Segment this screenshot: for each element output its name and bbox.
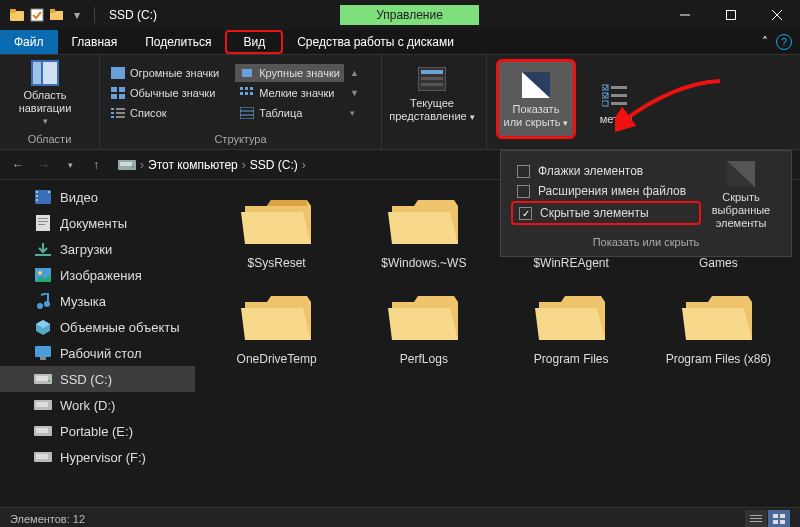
hide-selected-icon [727, 161, 755, 187]
svg-rect-81 [780, 520, 785, 524]
sidebar-item-documents[interactable]: Документы [0, 210, 195, 236]
window-title: SSD (C:) [109, 8, 157, 22]
chevron-right-icon[interactable]: › [242, 158, 246, 172]
folder-item[interactable]: OneDriveTemp [205, 288, 348, 380]
view-thumbnails-button[interactable] [768, 510, 790, 528]
qat-dropdown-icon[interactable]: ▾ [68, 6, 86, 24]
svg-point-47 [132, 166, 134, 168]
svg-rect-15 [111, 94, 117, 99]
show-hide-button[interactable]: Показать или скрыть ▾ [496, 59, 576, 139]
check-hidden-items[interactable]: ✓Скрытые элементы [511, 201, 701, 225]
folder-item[interactable]: $SysReset [205, 192, 348, 284]
layout-more[interactable]: ▾ [350, 108, 364, 118]
folder-item[interactable]: Program Files (x86) [647, 288, 790, 380]
check-item-flags[interactable]: Флажки элементов [511, 161, 701, 181]
help-icon[interactable]: ? [776, 34, 792, 50]
navigation-tree[interactable]: Видео Документы Загрузки Изображения Муз… [0, 180, 195, 507]
folder-item[interactable]: $Windows.~WS [352, 192, 495, 284]
svg-rect-79 [780, 514, 785, 518]
nav-recent-button[interactable]: ▾ [60, 155, 80, 175]
nav-forward-button[interactable]: → [34, 155, 54, 175]
svg-rect-58 [38, 224, 45, 225]
show-hide-dropdown: Флажки элементов Расширения имен файлов … [500, 150, 792, 257]
svg-rect-53 [36, 199, 38, 201]
minimize-button[interactable] [662, 0, 708, 30]
layout-small[interactable]: Мелкие значки [235, 84, 344, 102]
show-hide-icon [520, 69, 552, 101]
sidebar-item-portable-e[interactable]: Portable (E:) [0, 418, 195, 444]
svg-rect-28 [245, 92, 248, 95]
nav-pane-button[interactable]: Область навигации ▾ [0, 58, 90, 128]
sidebar-item-videos[interactable]: Видео [0, 184, 195, 210]
menu-view[interactable]: Вид [225, 30, 283, 54]
sidebar-item-desktop[interactable]: Рабочий стол [0, 340, 195, 366]
svg-rect-56 [38, 218, 48, 219]
list-icon [110, 105, 126, 121]
svg-rect-43 [602, 101, 608, 106]
nav-up-button[interactable]: ↑ [86, 155, 106, 175]
hide-selected-button[interactable]: Скрыть выбранные элементы [701, 161, 781, 230]
layout-scroll-up[interactable]: ▲ [350, 68, 364, 78]
dropdown-caret-icon: ▾ [563, 118, 568, 128]
maximize-button[interactable] [708, 0, 754, 30]
svg-rect-76 [750, 518, 762, 519]
dropdown-footer: Показать или скрыть [511, 236, 781, 248]
svg-rect-27 [240, 92, 243, 95]
svg-rect-67 [36, 376, 48, 381]
sidebar-item-3d[interactable]: Объемные объекты [0, 314, 195, 340]
crumb-this-pc[interactable]: Этот компьютер [148, 158, 238, 172]
svg-rect-35 [421, 77, 443, 80]
svg-rect-72 [36, 428, 48, 433]
current-view-button[interactable]: Текущее представление ▾ [382, 58, 482, 128]
svg-rect-22 [116, 116, 125, 118]
layout-large[interactable]: Крупные значки [235, 64, 344, 82]
close-button[interactable] [754, 0, 800, 30]
svg-rect-1 [10, 9, 16, 13]
chevron-right-icon[interactable]: › [140, 158, 144, 172]
svg-rect-78 [773, 514, 778, 518]
dropdown-caret-icon: ▾ [43, 115, 48, 128]
crumb-drive[interactable]: SSD (C:) [250, 158, 298, 172]
folder-item[interactable]: Program Files [500, 288, 643, 380]
svg-rect-57 [38, 221, 48, 222]
contextual-tab[interactable]: Управление [340, 5, 479, 25]
sidebar-item-pictures[interactable]: Изображения [0, 262, 195, 288]
menu-drive-tools[interactable]: Средства работы с дисками [283, 30, 468, 54]
drive-icon [34, 448, 52, 466]
nav-back-button[interactable]: ← [8, 155, 28, 175]
sidebar-item-downloads[interactable]: Загрузки [0, 236, 195, 262]
folder-icon [533, 288, 609, 348]
folder-icon [680, 288, 756, 348]
layout-table[interactable]: Таблица [235, 104, 344, 122]
breadcrumb[interactable]: › Этот компьютер › SSD (C:) › [118, 156, 306, 174]
3d-objects-icon [34, 318, 52, 336]
collapse-ribbon-icon[interactable]: ˄ [762, 35, 768, 49]
sidebar-item-work-d[interactable]: Work (D:) [0, 392, 195, 418]
chevron-right-icon[interactable]: › [302, 158, 306, 172]
menu-share[interactable]: Поделиться [131, 30, 225, 54]
check-file-ext[interactable]: Расширения имен файлов [511, 181, 701, 201]
status-bar: Элементов: 12 [0, 507, 800, 527]
svg-rect-12 [111, 67, 125, 79]
qat-folder-icon[interactable] [48, 6, 66, 24]
music-icon [34, 292, 52, 310]
folder-item[interactable]: PerfLogs [352, 288, 495, 380]
sidebar-item-ssd-c[interactable]: SSD (C:) [0, 366, 195, 392]
folder-icon [386, 192, 462, 252]
svg-rect-64 [35, 346, 51, 357]
menu-home[interactable]: Главная [58, 30, 132, 54]
menu-file[interactable]: Файл [0, 30, 58, 54]
layout-huge[interactable]: Огромные значки [106, 64, 223, 82]
view-details-button[interactable] [745, 510, 767, 528]
layout-list[interactable]: Список [106, 104, 223, 122]
sidebar-item-hypervisor-f[interactable]: Hypervisor (F:) [0, 444, 195, 470]
folder-icon [239, 288, 315, 348]
svg-rect-4 [50, 9, 55, 13]
layout-scroll-down[interactable]: ▼ [350, 88, 364, 98]
sidebar-item-music[interactable]: Музыка [0, 288, 195, 314]
documents-icon [34, 214, 52, 232]
group-areas-label: Области [0, 131, 99, 149]
svg-rect-77 [750, 521, 762, 522]
qat-checkbox-icon[interactable] [28, 6, 46, 24]
layout-medium[interactable]: Обычные значки [106, 84, 223, 102]
